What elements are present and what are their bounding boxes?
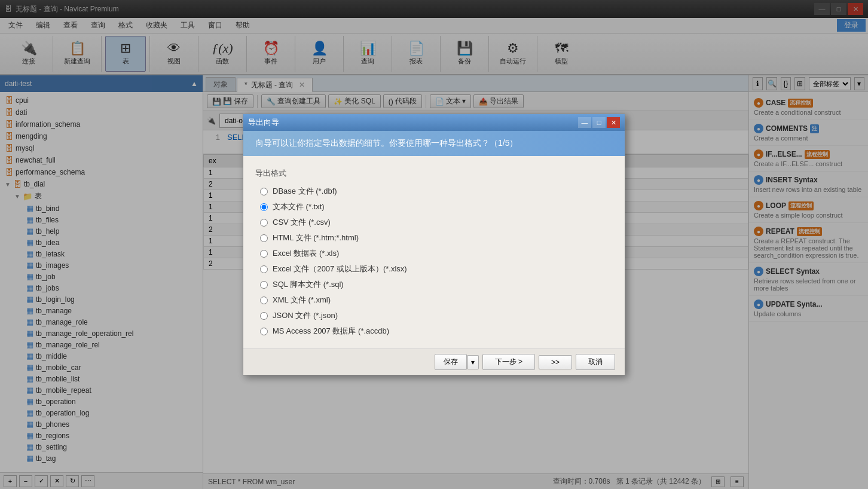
format-label-txt: 文本文件 (*.txt) — [273, 201, 325, 212]
dialog-footer: 保存 ▾ 下一步 > >> 取消 — [243, 349, 625, 375]
dialog-save-button[interactable]: 保存 — [435, 354, 467, 370]
format-radio-sql[interactable] — [260, 281, 268, 289]
format-option-accdb[interactable]: MS Access 2007 数据库 (*.accdb) — [260, 326, 608, 337]
dialog-cancel-button[interactable]: 取消 — [576, 354, 615, 370]
format-label-xml: XML 文件 (*.xml) — [273, 295, 331, 305]
dialog-title: 导出向导 — [248, 117, 279, 128]
format-radio-html[interactable] — [260, 234, 268, 242]
format-radio-txt[interactable] — [260, 203, 268, 211]
dialog-header: 向导可以让你指定导出数据的细节。你要使用哪一种导出格式？（1/5） — [243, 131, 625, 156]
format-radio-json[interactable] — [260, 312, 268, 320]
format-radio-xlsx[interactable] — [260, 265, 268, 273]
format-label-dbf: DBase 文件 (*.dbf) — [273, 186, 337, 197]
format-radio-xls[interactable] — [260, 250, 268, 258]
dialog-close-button[interactable]: ✕ — [607, 117, 620, 128]
dialog-maximize-button[interactable]: □ — [592, 117, 606, 128]
format-label-xlsx: Excel 文件（2007 或以上版本）(*.xlsx) — [273, 264, 407, 274]
format-label-html: HTML 文件 (*.htm;*.html) — [273, 233, 359, 243]
format-option-html[interactable]: HTML 文件 (*.htm;*.html) — [260, 233, 608, 243]
format-option-txt[interactable]: 文本文件 (*.txt) — [260, 201, 608, 212]
dialog-section-title: 导出格式 — [255, 168, 613, 179]
dialog-overlay: 导出向导 — □ ✕ 向导可以让你指定导出数据的细节。你要使用哪一种导出格式？（… — [0, 0, 868, 489]
export-dialog: 导出向导 — □ ✕ 向导可以让你指定导出数据的细节。你要使用哪一种导出格式？（… — [243, 114, 625, 375]
format-option-json[interactable]: JSON 文件 (*.json) — [260, 310, 608, 321]
format-label-csv: CSV 文件 (*.csv) — [273, 217, 331, 228]
format-option-xls[interactable]: Excel 数据表 (*.xls) — [260, 248, 608, 259]
dialog-next-button[interactable]: 下一步 > — [482, 354, 535, 370]
format-option-sql[interactable]: SQL 脚本文件 (*.sql) — [260, 279, 608, 290]
format-option-xlsx[interactable]: Excel 文件（2007 或以上版本）(*.xlsx) — [260, 264, 608, 274]
format-radio-xml[interactable] — [260, 297, 268, 304]
format-label-xls: Excel 数据表 (*.xls) — [273, 248, 339, 259]
format-label-json: JSON 文件 (*.json) — [273, 310, 338, 321]
format-option-dbf[interactable]: DBase 文件 (*.dbf) — [260, 186, 608, 197]
format-label-sql: SQL 脚本文件 (*.sql) — [273, 279, 344, 290]
dialog-skip-button[interactable]: >> — [539, 355, 572, 369]
format-label-accdb: MS Access 2007 数据库 (*.accdb) — [273, 326, 389, 337]
format-radio-group: DBase 文件 (*.dbf)文本文件 (*.txt)CSV 文件 (*.cs… — [255, 186, 613, 337]
dialog-controls: — □ ✕ — [578, 117, 620, 128]
dialog-save-dropdown-button[interactable]: ▾ — [467, 355, 479, 369]
format-option-xml[interactable]: XML 文件 (*.xml) — [260, 295, 608, 305]
dialog-title-bar: 导出向导 — □ ✕ — [243, 114, 625, 131]
dialog-body: 导出格式 DBase 文件 (*.dbf)文本文件 (*.txt)CSV 文件 … — [243, 156, 625, 349]
save-group: 保存 ▾ — [435, 354, 479, 370]
format-radio-accdb[interactable] — [260, 328, 268, 335]
dialog-header-text: 向导可以让你指定导出数据的细节。你要使用哪一种导出格式？（1/5） — [255, 138, 518, 148]
format-option-csv[interactable]: CSV 文件 (*.csv) — [260, 217, 608, 228]
format-radio-csv[interactable] — [260, 219, 268, 227]
format-radio-dbf[interactable] — [260, 188, 268, 195]
dialog-minimize-button[interactable]: — — [578, 117, 591, 128]
